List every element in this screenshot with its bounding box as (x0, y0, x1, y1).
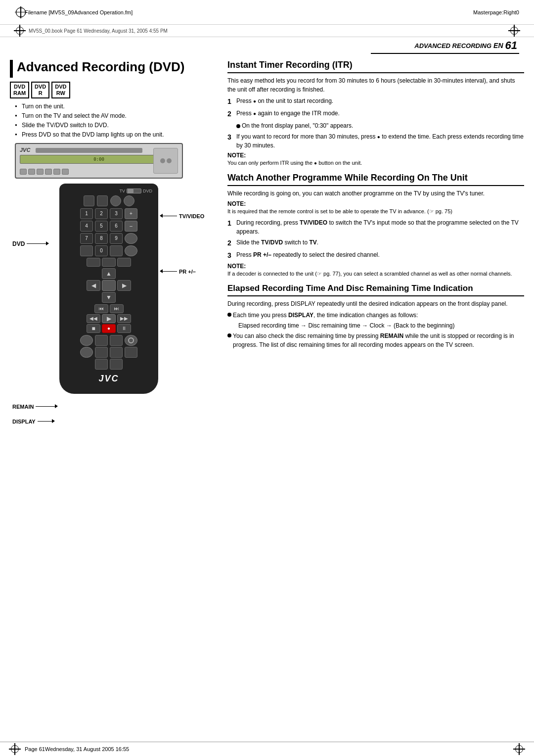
itr-step-2: 2 Press ● again to engage the ITR mode. (227, 109, 524, 119)
remote-control-area: DVD REMAIN DISPLAY (12, 184, 218, 394)
bottom-buttons-row3 (65, 359, 152, 370)
btn-plus[interactable]: + (125, 208, 137, 219)
btn-bottom-5[interactable] (80, 347, 93, 358)
btn-bottom-1[interactable] (80, 335, 93, 346)
btn-7[interactable]: 7 (80, 233, 93, 244)
btn-4[interactable]: 4 (80, 221, 93, 232)
crosshair-sub-left (15, 26, 25, 36)
btn-8[interactable]: 8 (95, 233, 108, 244)
page-title: Advanced Recording (DVD) (17, 60, 185, 74)
btn-play[interactable]: ▶ (102, 314, 116, 323)
btn-minus[interactable]: – (125, 221, 137, 232)
itr-note-label: NOTE: (227, 152, 524, 159)
remote-misc-3[interactable] (117, 258, 131, 267)
transport-row1: ⏮ ⏭ (65, 304, 152, 313)
advanced-recording-label: ADVANCED RECORDING (414, 42, 491, 49)
btn-bottom-9[interactable] (95, 359, 108, 370)
btn-bottom-3[interactable] (110, 335, 123, 346)
itr-step-3: 3 If you want to record for more than 30… (227, 132, 524, 150)
top-registration-area: Filename [MV5S_09Advanced Operation.fm] … (0, 0, 534, 25)
remote-btn-01[interactable] (84, 195, 94, 206)
nav-right[interactable]: ▶ (117, 280, 131, 291)
pr-plus-minus-label: PR +/– (162, 269, 204, 275)
elapsed-heading-container: Elapsed Recording Time And Disc Remainin… (227, 284, 524, 296)
itr-heading: Instant Timer Recording (ITR) (227, 60, 524, 73)
tv-video-label: TV/VIDEO (162, 213, 204, 219)
watch-note2-label: NOTE: (227, 263, 524, 270)
transport-row2: ◀◀ ▶ ▶▶ (65, 314, 152, 323)
main-content: Advanced Recording (DVD) DVD RAM DVD R D… (0, 60, 534, 394)
vcr-front-panel: JVC 0:00 (15, 143, 183, 179)
btn-next[interactable]: ▶▶ (117, 314, 131, 323)
btn-6[interactable]: 6 (110, 221, 123, 232)
lang-label: EN (493, 42, 503, 49)
prereq-2: Turn on the TV and select the AV mode. (15, 112, 218, 120)
btn-bottom-7[interactable] (110, 347, 123, 358)
dvd-badges-row: DVD RAM DVD R DVD RW (10, 82, 218, 98)
masterpage-label: Masterpage:Right0 (473, 9, 519, 15)
remote-jvc-logo: JVC (65, 374, 152, 384)
watch-note-text: It is required that the remote control i… (227, 208, 524, 215)
btn-1[interactable]: 1 (80, 208, 93, 219)
title-vertical-bar (10, 60, 13, 78)
tv-dvd-indicator: TV DVD (119, 189, 152, 193)
nav-down[interactable]: ▼ (102, 292, 116, 303)
btn-2[interactable]: 2 (95, 208, 108, 219)
bullet-dot-2 (227, 313, 231, 317)
crosshair-footer-left (10, 744, 20, 754)
remote-body: TV DVD 1 (59, 184, 158, 394)
prerequisites-list: Turn on the unit. Turn on the TV and sel… (15, 102, 218, 139)
remote-btn-04[interactable] (124, 195, 134, 206)
watch-step-1: 1 During recording, press TV/VIDEO to sw… (227, 218, 524, 236)
btn-misc2[interactable] (110, 245, 123, 256)
nav-cluster: ▲ ◀ ▶ ▼ (87, 268, 131, 303)
btn-stop[interactable]: ■ (87, 324, 100, 333)
btn-bottom-6[interactable] (95, 347, 108, 358)
nav-up[interactable]: ▲ (102, 268, 116, 279)
btn-bottom-8[interactable] (125, 347, 137, 358)
prereq-4: Press DVD so that the DVD lamp lights up… (15, 131, 218, 139)
btn-pause[interactable]: ⏸ (117, 324, 131, 333)
btn-3[interactable]: 3 (110, 208, 123, 219)
remote-top: TV DVD (65, 189, 152, 193)
crosshair-footer-right (514, 744, 524, 754)
remote-btn-02[interactable] (97, 195, 108, 206)
remote-misc-1[interactable] (87, 258, 100, 267)
page-footer: Page 61Wednesday, 31 August 2005 16:55 (0, 742, 534, 756)
prereq-3: Slide the TV/DVD switch to DVD. (15, 121, 218, 130)
elapsed-bullet-2: You can also check the disc remaining ti… (227, 331, 524, 349)
dvd-badge-r: DVD R (31, 82, 49, 98)
btn-9[interactable]: 9 (110, 233, 123, 244)
btn-circle1[interactable] (125, 233, 137, 244)
nav-center[interactable] (102, 280, 116, 291)
remote-labels-right: TV/VIDEO PR +/– (158, 184, 204, 275)
watch-note2-text: If a decoder is connected to the unit (☞… (227, 270, 524, 278)
btn-ffwd[interactable]: ⏭ (110, 304, 124, 313)
btn-0[interactable]: 0 (95, 245, 108, 256)
left-column: Advanced Recording (DVD) DVD RAM DVD R D… (10, 60, 218, 394)
btn-rew[interactable]: ⏮ (94, 304, 108, 313)
btn-rec[interactable]: ● (102, 324, 116, 333)
remote-misc-2[interactable] (102, 258, 116, 267)
elapsed-heading: Elapsed Recording Time And Disc Remainin… (227, 284, 473, 293)
remote-top-buttons (65, 195, 152, 206)
elapsed-bullet-1: Each time you press DISPLAY, the time in… (227, 311, 524, 320)
btn-bottom-10[interactable] (110, 359, 123, 370)
itr-bullet-note: On the front display panel, "0:30" appea… (227, 121, 524, 130)
remain-label: REMAIN DISPLAY (12, 404, 55, 425)
elapsed-intro: During recording, press DISPLAY repeated… (227, 299, 524, 308)
prereq-1: Turn on the unit. (15, 102, 218, 111)
watch-step-2: 2 Slide the TV/DVD switch to TV. (227, 238, 524, 248)
btn-circle2[interactable] (125, 245, 137, 256)
nav-left[interactable]: ◀ (87, 280, 100, 291)
watch-step-3: 3 Press PR +/– repeatedly to select the … (227, 250, 524, 261)
btn-bottom-4[interactable] (125, 335, 137, 346)
itr-note-text: You can only perform ITR using the ● but… (227, 159, 524, 167)
btn-bottom-2[interactable] (95, 335, 108, 346)
remote-btn-03[interactable] (110, 195, 121, 206)
btn-prev[interactable]: ◀◀ (87, 314, 100, 323)
itr-step-1: 1 Press ● on the unit to start recording… (227, 96, 524, 107)
page-number: 61 (505, 39, 517, 52)
btn-misc1[interactable] (80, 245, 93, 256)
btn-5[interactable]: 5 (95, 221, 108, 232)
